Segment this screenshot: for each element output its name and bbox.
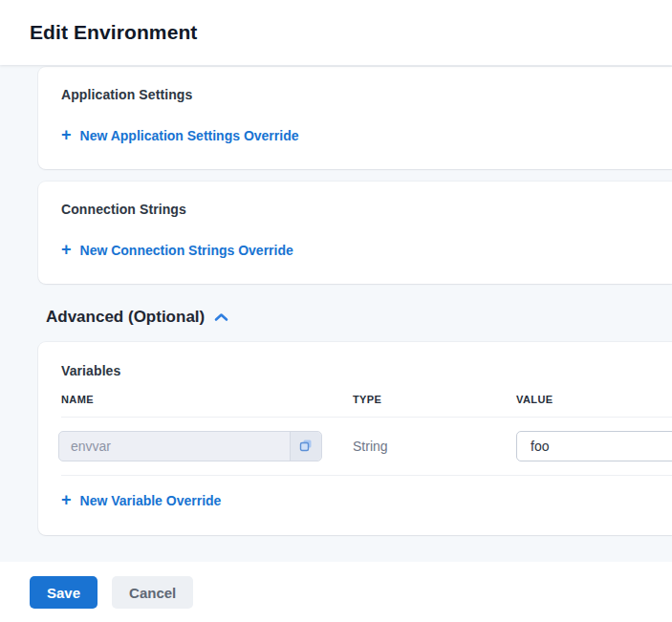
action-bar: Save Cancel (0, 562, 672, 622)
advanced-section-title: Advanced (Optional) (46, 308, 205, 327)
variable-name-cell (61, 431, 353, 461)
plus-icon: + (61, 128, 72, 141)
new-variable-override-label: New Variable Override (80, 493, 222, 508)
column-header-value: VALUE (516, 394, 649, 405)
connection-strings-card: Connection Strings + New Connection Stri… (38, 182, 672, 284)
copy-button[interactable] (290, 432, 321, 461)
variables-title: Variables (61, 363, 649, 378)
variable-type-value: String (353, 439, 388, 454)
save-button[interactable]: Save (30, 576, 98, 609)
variable-name-input (59, 432, 290, 461)
edit-environment-form: Application Settings + New Application S… (0, 65, 672, 535)
variable-type-cell: String (353, 438, 516, 455)
table-divider (61, 475, 672, 476)
new-connection-strings-override-link[interactable]: + New Connection Strings Override (61, 243, 293, 258)
variable-value-cell (516, 431, 672, 461)
application-settings-title: Application Settings (61, 87, 649, 102)
page-header: Edit Environment (0, 0, 672, 65)
column-header-type: TYPE (353, 394, 516, 405)
page-title: Edit Environment (0, 0, 672, 65)
variable-value-input[interactable] (516, 431, 672, 461)
plus-icon: + (61, 493, 72, 506)
new-variable-override-link[interactable]: + New Variable Override (61, 493, 221, 508)
copy-icon (299, 439, 313, 455)
new-application-settings-override-label: New Application Settings Override (80, 128, 299, 143)
cancel-button[interactable]: Cancel (112, 576, 193, 609)
plus-icon: + (61, 243, 72, 256)
variables-table-header: NAME TYPE VALUE (61, 394, 649, 417)
new-connection-strings-override-label: New Connection Strings Override (80, 243, 293, 258)
connection-strings-title: Connection Strings (61, 202, 649, 217)
variable-name-field-group (58, 431, 322, 461)
variable-row: String (61, 418, 649, 475)
application-settings-card: Application Settings + New Application S… (38, 67, 672, 169)
column-header-name: NAME (61, 394, 353, 405)
variables-card: Variables NAME TYPE VALUE (38, 342, 672, 535)
advanced-section-toggle[interactable]: Advanced (Optional) (46, 308, 228, 327)
new-application-settings-override-link[interactable]: + New Application Settings Override (61, 128, 299, 143)
chevron-up-icon (214, 312, 228, 322)
